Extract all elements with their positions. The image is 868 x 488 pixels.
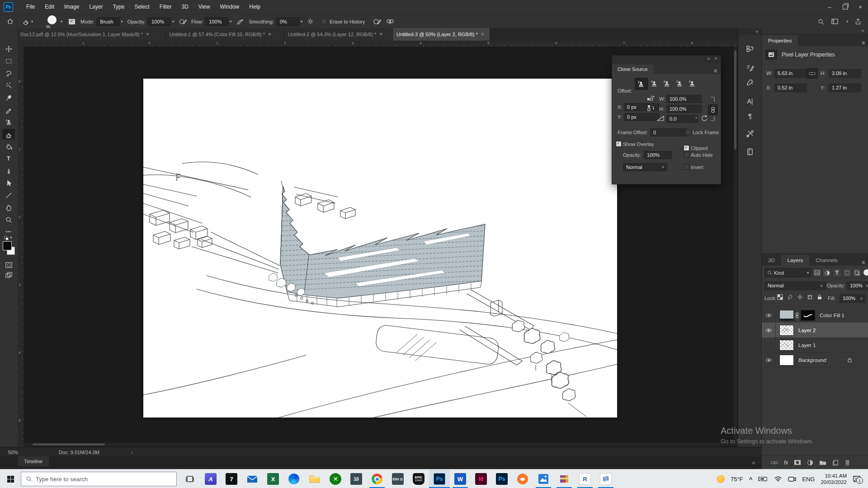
path-select-tool[interactable] (2, 178, 15, 188)
clone-source-3-icon[interactable] (661, 78, 673, 89)
tab-3d[interactable]: 3D (762, 255, 781, 266)
doc-tab-3[interactable]: Untitled-2 @ 54.3% (Layer 12, RGB/8) *× (284, 28, 393, 41)
lock-frame-checkbox[interactable] (685, 129, 691, 135)
layer-thumbnail[interactable] (779, 355, 794, 366)
lock-all-icon[interactable] (817, 294, 822, 300)
overlay-opacity-field[interactable]: 100% (644, 151, 672, 159)
clock[interactable]: 10:41 AM 20/03/2022 (821, 473, 847, 485)
wifi-icon[interactable] (774, 476, 782, 482)
start-button[interactable] (0, 469, 21, 488)
hand-tool[interactable] (2, 202, 15, 213)
libraries-panel-icon[interactable] (743, 145, 757, 158)
pen-pressure-size-icon[interactable] (373, 18, 381, 25)
new-layer-icon[interactable] (832, 460, 839, 466)
zoom-level-field[interactable]: 50% (8, 450, 18, 455)
flip-horizontal-icon[interactable] (646, 94, 656, 102)
tab-clone-source[interactable]: Clone Source (612, 65, 653, 74)
menu-image[interactable]: Image (59, 0, 84, 14)
layer-thumbnail[interactable] (779, 340, 794, 351)
visibility-eye-icon[interactable] (762, 323, 776, 338)
chevron-down-icon[interactable]: ▾ (121, 19, 123, 23)
lock-artboard-icon[interactable] (807, 294, 813, 300)
eyedropper-tool[interactable] (2, 92, 15, 103)
clone-angle-field[interactable]: 0.0 (666, 115, 698, 123)
line-tool[interactable] (2, 190, 15, 201)
chevron-down-icon[interactable]: ▾ (172, 19, 174, 23)
add-mask-icon[interactable] (794, 460, 801, 465)
paragraph-panel-icon[interactable]: ¶ (743, 109, 757, 122)
clone-source-4-icon[interactable] (674, 78, 686, 89)
zoom-tool[interactable] (2, 214, 15, 225)
filter-pixel-layers-icon[interactable] (812, 268, 822, 277)
taskbar-app-10-icon[interactable]: 10 (346, 469, 367, 488)
pencil-tool[interactable] (2, 104, 15, 115)
taskbar-app-a-icon[interactable]: A (200, 469, 221, 488)
clone-stamp-tool[interactable] (2, 117, 15, 127)
doc-tab-4-active[interactable]: Untitled-3 @ 50% (Layer 2, RGB/8) *× (393, 28, 490, 41)
minimize-button[interactable]: – (822, 0, 837, 14)
layer-row-color-fill[interactable]: Color Fill 1 (762, 308, 868, 323)
chevron-down-icon[interactable]: ▾ (31, 19, 33, 23)
foreground-color-swatch[interactable] (3, 241, 12, 250)
toggle-brush-panel-icon[interactable] (68, 18, 76, 25)
adjustment-layer-icon[interactable] (807, 460, 813, 466)
taskbar-photos-icon[interactable] (533, 469, 554, 488)
height-field[interactable]: 3.09 in (829, 69, 861, 78)
x-field[interactable]: 0.52 in (774, 84, 807, 92)
tab-channels[interactable]: Channels (809, 255, 844, 266)
paint-bucket-tool[interactable] (2, 141, 15, 152)
flip-vertical-icon[interactable] (646, 104, 656, 112)
chevron-down-icon[interactable]: ▾ (846, 19, 848, 23)
smoothing-options-gear-icon[interactable] (307, 18, 314, 25)
taskbar-indesign-icon[interactable]: Id (471, 469, 491, 488)
timeline-menu-icon[interactable]: ≡ (752, 460, 755, 465)
airbrush-icon[interactable] (236, 18, 244, 25)
menu-filter[interactable]: Filter (155, 0, 177, 14)
brush-settings-panel-icon[interactable] (743, 61, 757, 74)
close-tab-icon[interactable]: × (379, 31, 382, 38)
task-view-button[interactable] (179, 469, 200, 488)
filter-shape-layers-icon[interactable] (842, 268, 852, 277)
taskbar-edu11-icon[interactable]: EDU 11 (387, 469, 408, 488)
layer-name[interactable]: Layer 2 (798, 328, 816, 333)
smoothing-field[interactable]: 0% (276, 17, 299, 26)
weather-sun-icon[interactable] (717, 475, 725, 483)
symmetry-butterfly-icon[interactable] (386, 18, 395, 25)
move-tool[interactable] (2, 43, 15, 54)
clone-y-field[interactable]: 0 px (624, 113, 659, 121)
layer-thumbnail[interactable] (779, 325, 794, 336)
layers-opacity-field[interactable]: 100%∨ (847, 282, 868, 290)
expand-panels-icon[interactable]: « (738, 28, 762, 35)
clone-source-panel[interactable]: « × Clone Source ≡ W: 100.0% Offset: X: … (612, 55, 721, 184)
layer-row-background[interactable]: Background (762, 352, 868, 368)
chevron-down-icon[interactable]: ▾ (61, 19, 62, 23)
taskbar-lumion-icon[interactable] (595, 469, 616, 488)
taskbar-word-icon[interactable]: W (450, 469, 471, 488)
opacity-field[interactable]: 100% (147, 17, 171, 26)
chevron-down-icon[interactable]: ▾ (301, 19, 302, 23)
scrollbar-thumb[interactable] (734, 50, 736, 150)
home-icon[interactable] (6, 18, 14, 25)
layer-filter-kind[interactable]: Kind ▾ (764, 268, 811, 277)
action-center-icon[interactable]: 1 (853, 475, 861, 483)
taskbar-file-explorer-icon[interactable] (304, 469, 325, 488)
layer-style-fx-icon[interactable]: fx (784, 460, 788, 466)
menu-layer[interactable]: Layer (84, 0, 108, 14)
clone-source-1-icon[interactable] (635, 78, 648, 90)
layer-name[interactable]: Color Fill 1 (820, 313, 844, 318)
tab-timeline[interactable]: Timeline (18, 456, 49, 466)
invert-checkbox[interactable] (684, 164, 689, 170)
share-icon[interactable] (854, 18, 862, 25)
frame-offset-field[interactable]: 0 (650, 128, 687, 136)
language-indicator[interactable]: ENG (802, 476, 815, 483)
taskbar-epic-games-icon[interactable]: EPICGAMES (408, 469, 429, 488)
lock-pixels-brush-icon[interactable] (787, 294, 793, 300)
menu-3d[interactable]: 3D (176, 0, 193, 14)
tab-properties[interactable]: Properties (762, 35, 798, 46)
menu-help[interactable]: Help (244, 0, 265, 14)
menu-file[interactable]: File (21, 0, 40, 14)
link-dimensions-icon[interactable] (806, 68, 818, 79)
flow-field[interactable]: 100% (205, 17, 228, 26)
layers-blend-mode-select[interactable]: Normal∨ (764, 282, 826, 290)
panel-menu-icon[interactable]: ≡ (714, 68, 717, 74)
